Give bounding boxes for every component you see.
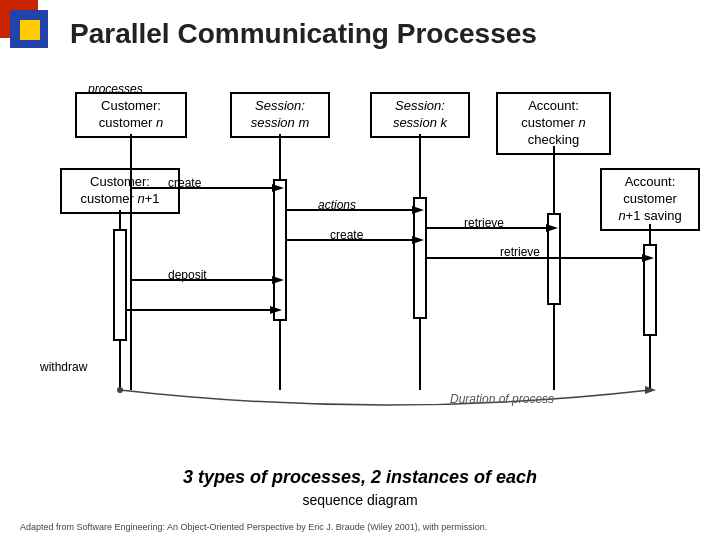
svg-point-26 — [117, 387, 123, 393]
accent-yellow — [20, 20, 40, 40]
header-accent — [0, 0, 60, 60]
arrow-label-retrieve2: retrieve — [500, 245, 540, 259]
arrow-label-create2: create — [330, 228, 363, 242]
bottom-sub-text: sequence diagram — [0, 492, 720, 508]
arrow-label-retrieve1: retrieve — [464, 216, 504, 230]
diagram-area: processes Customer: customer n Session: … — [20, 80, 700, 460]
svg-rect-10 — [114, 230, 126, 340]
bottom-main-text: 3 types of processes, 2 instances of eac… — [0, 467, 720, 488]
svg-rect-6 — [274, 180, 286, 320]
duration-label: Duration of process — [450, 392, 554, 406]
arrow-label-deposit: deposit — [168, 268, 207, 282]
bottom-credit-text: Adapted from Software Engineering: An Ob… — [20, 522, 487, 532]
svg-rect-7 — [414, 198, 426, 318]
page-title: Parallel Communicating Processes — [70, 18, 537, 50]
arrow-label-create1: create — [168, 176, 201, 190]
arrow-label-withdraw: withdraw — [40, 360, 87, 374]
diagram-svg — [20, 80, 700, 410]
arrow-label-actions: actions — [318, 198, 356, 212]
